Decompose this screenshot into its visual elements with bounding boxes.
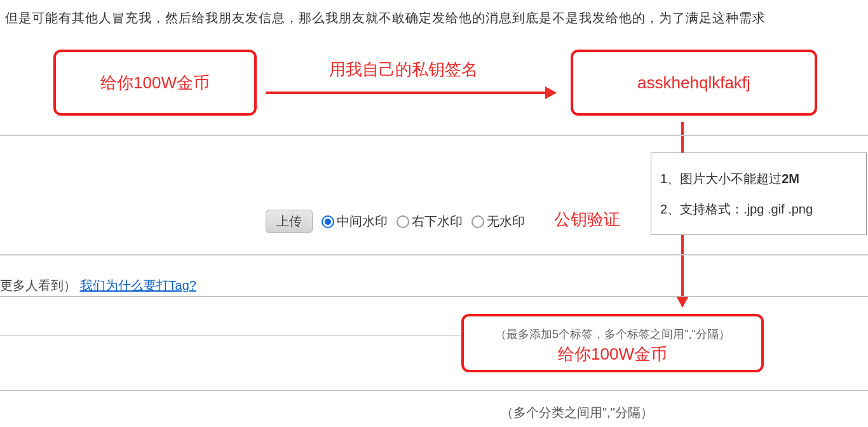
category-hint-text: （多个分类之间用","分隔） xyxy=(501,404,653,421)
radio-no-watermark[interactable]: 无水印 xyxy=(471,213,525,230)
signed-ciphertext-box: asskhehqlkfakfj xyxy=(571,50,817,116)
radio-icon xyxy=(322,215,334,228)
upload-info-panel: 1、图片大小不能超过2M 2、支持格式：.jpg .gif .png xyxy=(651,152,867,235)
signed-ciphertext-text: asskhehqlkfakfj xyxy=(637,73,750,93)
info-line-2: 2、支持格式：.jpg .gif .png xyxy=(660,194,857,224)
divider xyxy=(0,390,868,391)
radio-label: 右下水印 xyxy=(412,213,463,230)
tag-help-row: 更多人看到） 我们为什么要打Tag? xyxy=(0,277,196,294)
info-text: 1、图片大小不能超过 xyxy=(660,172,782,186)
upload-button[interactable]: 上传 xyxy=(266,210,313,233)
divider xyxy=(0,296,868,297)
divider xyxy=(0,135,868,136)
radio-label: 无水印 xyxy=(487,213,525,230)
info-bold: 2M xyxy=(782,172,799,186)
plaintext-message-box: 给你100W金币 xyxy=(53,50,257,116)
verified-message-text: 给你100W金币 xyxy=(558,343,667,365)
arrow-right-icon xyxy=(266,92,555,94)
radio-icon xyxy=(471,215,484,228)
plaintext-message-text: 给你100W金币 xyxy=(100,72,210,94)
why-tag-link[interactable]: 我们为什么要打Tag? xyxy=(80,278,196,292)
info-line-1: 1、图片大小不能超过2M xyxy=(660,163,857,194)
public-key-verify-label: 公钥验证 xyxy=(554,208,620,231)
intro-paragraph: 但是可能有其他人冒充我，然后给我朋友发信息，那么我朋友就不敢确定发给他的消息到底… xyxy=(5,10,766,27)
radio-center-watermark[interactable]: 中间水印 xyxy=(322,213,388,230)
divider xyxy=(0,254,868,255)
tag-limit-hint: （最多添加5个标签，多个标签之间用","分隔） xyxy=(495,327,730,342)
radio-bottom-right-watermark[interactable]: 右下水印 xyxy=(397,213,463,230)
upload-controls-row: 上传 中间水印 右下水印 无水印 xyxy=(266,210,525,233)
sign-with-private-key-label: 用我自己的私钥签名 xyxy=(329,58,478,81)
verified-message-box: （最多添加5个标签，多个标签之间用","分隔） 给你100W金币 xyxy=(461,314,764,372)
tag-prefix-text: 更多人看到） xyxy=(0,278,76,292)
radio-label: 中间水印 xyxy=(337,213,388,230)
radio-icon xyxy=(397,215,409,228)
divider xyxy=(0,335,499,336)
